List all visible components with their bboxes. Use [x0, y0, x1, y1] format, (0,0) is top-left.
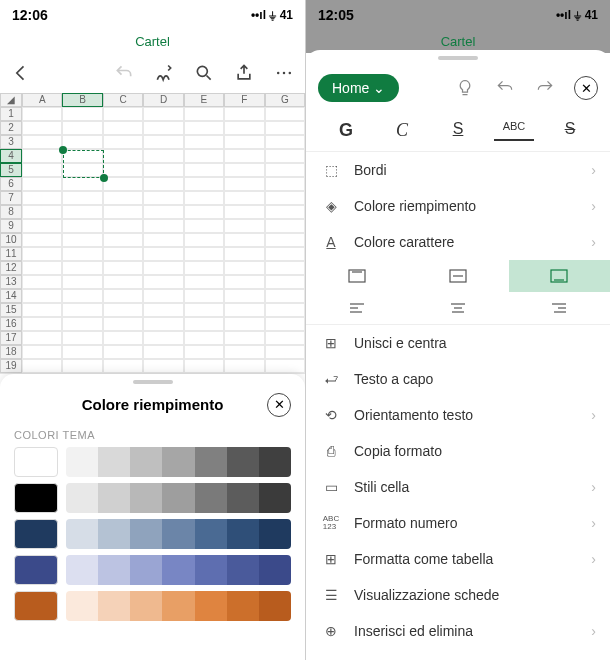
color-swatch[interactable] — [98, 447, 130, 477]
color-swatch[interactable] — [66, 519, 98, 549]
cell[interactable] — [103, 331, 143, 345]
color-swatch[interactable] — [227, 555, 259, 585]
cell[interactable] — [184, 233, 224, 247]
menu-cell-styles[interactable]: ▭Stili cella› — [306, 469, 610, 505]
color-swatch[interactable] — [66, 555, 98, 585]
cell[interactable] — [62, 331, 102, 345]
cell[interactable] — [265, 233, 305, 247]
cell[interactable] — [143, 303, 183, 317]
cell[interactable] — [22, 177, 62, 191]
cell[interactable] — [22, 219, 62, 233]
cell[interactable] — [62, 135, 102, 149]
align-top-button[interactable] — [306, 260, 407, 292]
row-header[interactable]: 7 — [0, 191, 22, 205]
cell[interactable] — [143, 121, 183, 135]
cell[interactable] — [265, 107, 305, 121]
color-swatch[interactable] — [259, 447, 291, 477]
cell[interactable] — [103, 261, 143, 275]
cell[interactable] — [224, 177, 264, 191]
cell[interactable] — [224, 205, 264, 219]
cell[interactable] — [143, 205, 183, 219]
color-swatch[interactable] — [195, 447, 227, 477]
cell[interactable] — [184, 317, 224, 331]
col-header[interactable]: D — [143, 93, 183, 107]
cell[interactable] — [22, 149, 62, 163]
draw-icon[interactable] — [153, 62, 175, 84]
cell[interactable] — [184, 163, 224, 177]
menu-merge-center[interactable]: ⊞Unisci e centra — [306, 325, 610, 361]
cell[interactable] — [184, 177, 224, 191]
cell[interactable] — [103, 205, 143, 219]
menu-font-color[interactable]: AColore carattere› — [306, 224, 610, 260]
menu-number-format[interactable]: ABC123Formato numero› — [306, 505, 610, 541]
cell[interactable] — [143, 219, 183, 233]
color-swatch[interactable] — [66, 591, 98, 621]
cell[interactable] — [22, 247, 62, 261]
cell[interactable] — [62, 163, 102, 177]
drag-handle[interactable] — [133, 380, 173, 384]
row-header[interactable]: 4 — [0, 149, 22, 163]
cell[interactable] — [184, 149, 224, 163]
drag-handle[interactable] — [438, 56, 478, 60]
search-icon[interactable] — [193, 62, 215, 84]
menu-copy-format[interactable]: ⎙Copia formato — [306, 433, 610, 469]
row-header[interactable]: 5 — [0, 163, 22, 177]
cell[interactable] — [224, 149, 264, 163]
cell[interactable] — [224, 275, 264, 289]
cell[interactable] — [224, 121, 264, 135]
color-swatch[interactable] — [259, 483, 291, 513]
menu-format-table[interactable]: ⊞Formatta come tabella› — [306, 541, 610, 577]
align-center-button[interactable] — [407, 292, 508, 324]
selection-handle[interactable] — [59, 146, 67, 154]
cell[interactable] — [265, 149, 305, 163]
cell[interactable] — [184, 121, 224, 135]
cell[interactable] — [103, 121, 143, 135]
cell[interactable] — [184, 191, 224, 205]
cell[interactable] — [22, 359, 62, 373]
cell[interactable] — [265, 191, 305, 205]
cell[interactable] — [103, 149, 143, 163]
color-swatch[interactable] — [162, 555, 194, 585]
row-header[interactable]: 8 — [0, 205, 22, 219]
cell[interactable] — [62, 205, 102, 219]
align-middle-button[interactable] — [407, 260, 508, 292]
double-underline-button[interactable]: ABC — [494, 120, 534, 141]
cell[interactable] — [143, 135, 183, 149]
color-swatch[interactable] — [130, 591, 162, 621]
cell[interactable] — [143, 359, 183, 373]
cell[interactable] — [22, 205, 62, 219]
cell[interactable] — [22, 317, 62, 331]
cell[interactable] — [224, 233, 264, 247]
color-swatch[interactable] — [227, 519, 259, 549]
cell[interactable] — [103, 191, 143, 205]
row-header[interactable]: 2 — [0, 121, 22, 135]
menu-fill-color[interactable]: ◈Colore riempimento› — [306, 188, 610, 224]
cell[interactable] — [62, 121, 102, 135]
cell[interactable] — [22, 261, 62, 275]
row-header[interactable]: 19 — [0, 359, 22, 373]
cell[interactable] — [22, 163, 62, 177]
cell[interactable] — [224, 317, 264, 331]
cell[interactable] — [103, 275, 143, 289]
cell[interactable] — [184, 135, 224, 149]
row-header[interactable]: 14 — [0, 289, 22, 303]
color-swatch[interactable] — [130, 519, 162, 549]
row-header[interactable]: 16 — [0, 317, 22, 331]
cell[interactable] — [265, 359, 305, 373]
cell[interactable] — [62, 317, 102, 331]
cell[interactable] — [184, 247, 224, 261]
cell[interactable] — [184, 261, 224, 275]
cell[interactable] — [62, 233, 102, 247]
color-swatch[interactable] — [130, 447, 162, 477]
cell[interactable] — [143, 317, 183, 331]
cell[interactable] — [103, 345, 143, 359]
cell[interactable] — [224, 261, 264, 275]
color-swatch[interactable] — [195, 519, 227, 549]
cell[interactable] — [224, 331, 264, 345]
row-header[interactable]: 15 — [0, 303, 22, 317]
color-swatch[interactable] — [98, 519, 130, 549]
cell[interactable] — [22, 303, 62, 317]
cell[interactable] — [143, 107, 183, 121]
row-header[interactable]: 17 — [0, 331, 22, 345]
cell[interactable] — [103, 359, 143, 373]
